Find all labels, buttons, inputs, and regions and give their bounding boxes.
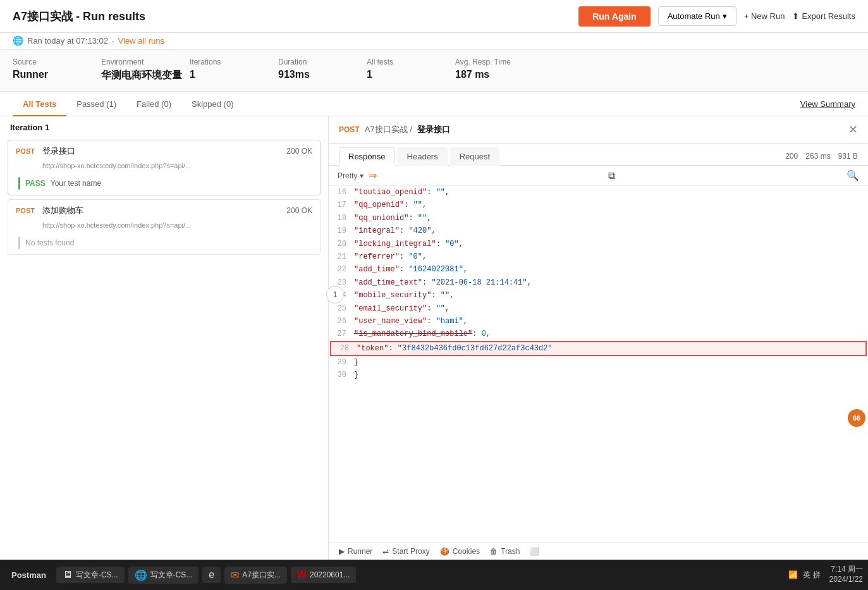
json-line: 27 "is_mandatory_bind_mobile": 0, [329, 328, 868, 340]
right-panel: POST A7接口实战 / 登录接口 ✕ Response Headers Re… [329, 116, 868, 560]
tab-skipped[interactable]: Skipped (0) [181, 92, 243, 116]
json-line: 19 "integral": "420", [329, 224, 868, 237]
json-line: 30 } [329, 369, 868, 381]
taskbar-clock: 7:14 周一 2024/1/22 [829, 565, 863, 584]
json-content[interactable]: 16 "toutiao_openid": "", 17 "qq_openid":… [329, 186, 868, 543]
taskbar-sys-tray: 📶 英 拼 [783, 570, 825, 581]
json-line: 16 "toutiao_openid": "", [329, 186, 868, 199]
json-toolbar: Pretty ▾ ⇒ ⧉ 🔍 [329, 166, 868, 186]
taskbar-item-chrome[interactable]: 🌐 写文章-CS... [128, 567, 199, 584]
tabs-row: All Tests Passed (1) Failed (0) Skipped … [0, 92, 868, 116]
footer-actions: ▶ Runner ⇌ Start Proxy 🍪 Cookies 🗑 Trash… [329, 543, 868, 560]
pass-indicator-bar [18, 177, 20, 190]
trash-icon: 🗑 [490, 547, 498, 556]
app1-icon: 🖥 [63, 569, 73, 581]
expand-button[interactable]: ⬜ [530, 547, 539, 556]
request-item-login-header: POST 登录接口 200 OK [8, 140, 320, 162]
runner-footer-button[interactable]: ▶ Runner [339, 547, 372, 556]
iteration-header: Iteration 1 [0, 116, 328, 136]
test-result-none: No tests found [8, 233, 320, 254]
json-line: 24 "mobile_security": "", [329, 289, 868, 302]
tab-all-tests[interactable]: All Tests [13, 92, 66, 116]
response-size: 931 B [838, 152, 858, 161]
stat-duration: Duration 913ms [278, 58, 367, 82]
taskbar-item-app1[interactable]: 🖥 写文章-CS... [56, 567, 125, 583]
stat-iterations: Iterations 1 [190, 58, 278, 82]
copy-icon: ⧉ [608, 170, 615, 181]
iteration-number-badge: 1 [326, 286, 344, 304]
json-line: 29 } [329, 356, 868, 369]
tab-failed[interactable]: Failed (0) [126, 92, 181, 116]
response-tabs: Response Headers Request 200 263 ms 931 … [329, 144, 868, 166]
taskbar-item-postman[interactable]: ✉ A7接口实... [224, 567, 287, 584]
response-meta: 200 263 ms 931 B [785, 152, 858, 161]
expand-icon: ⬜ [530, 547, 539, 556]
notification-badge: 66 [848, 409, 865, 427]
view-summary-button[interactable]: View Summary [800, 93, 855, 115]
request-name-cart: 添加购物车 [42, 205, 280, 216]
request-item-login[interactable]: POST 登录接口 200 OK http://shop-xo.hctested… [8, 140, 321, 195]
filter-icon: ⇒ [369, 170, 377, 181]
chrome-icon: 🌐 [135, 569, 147, 581]
json-line: 21 "referrer": "0", [329, 250, 868, 263]
json-line: 17 "qq_openid": "", [329, 199, 868, 211]
stats-bar: Source Runner Environment 华测电商环境变量 Itera… [0, 50, 868, 92]
new-run-button[interactable]: + New Run [744, 11, 785, 21]
stat-avg-resp: Avg. Resp. Time 187 ms [455, 58, 544, 82]
tab-passed[interactable]: Passed (1) [66, 92, 126, 116]
stat-source: Source Runner [13, 58, 101, 82]
postman-icon: ✉ [231, 569, 239, 581]
tab-response[interactable]: Response [339, 147, 395, 166]
postman-logo[interactable]: Postman [5, 568, 52, 582]
cookies-button[interactable]: 🍪 Cookies [440, 547, 480, 556]
right-panel-method: POST [339, 125, 360, 134]
automate-run-button[interactable]: Automate Run ▾ [658, 6, 737, 26]
ie-icon: e [209, 569, 214, 581]
response-time: 263 ms [805, 152, 830, 161]
export-results-button[interactable]: ⬆ Export Results [792, 11, 855, 21]
sub-header: 🌐 Ran today at 07:13:02 · View all runs [0, 33, 868, 50]
no-test-bar [18, 237, 20, 249]
stat-environment: Environment 华测电商环境变量 [101, 58, 190, 82]
request-name-login: 登录接口 [42, 145, 280, 157]
globe-icon: 🌐 [13, 35, 23, 46]
tab-request[interactable]: Request [450, 147, 499, 166]
page-title: A7接口实战 - Run results [13, 9, 571, 24]
taskbar-item-ie[interactable]: e [202, 567, 221, 583]
pretty-format-button[interactable]: Pretty ▾ [338, 171, 364, 180]
taskbar: Postman 🖥 写文章-CS... 🌐 写文章-CS... e ✉ A7接口… [0, 560, 868, 590]
request-url-login: http://shop-xo.hctestedу.com/index.php?s… [8, 162, 320, 173]
search-button[interactable]: 🔍 [847, 169, 859, 181]
taskbar-item-wps[interactable]: W 20220601... [291, 567, 357, 583]
start-proxy-button[interactable]: ⇌ Start Proxy [382, 547, 429, 556]
copy-button[interactable]: ⧉ [608, 170, 615, 181]
json-line: 20 "locking_integral": "0", [329, 238, 868, 250]
json-line: 23 "add_time_text": "2021-06-18 21:14:41… [329, 276, 868, 289]
no-tests-label: No tests found [25, 238, 74, 247]
keyboard-icon: 英 拼 [803, 570, 820, 581]
stat-all-tests: All tests 1 [367, 58, 455, 82]
json-line-token: 28 "token": "3f8432b436fd0c13fd627d22af3… [330, 341, 867, 356]
method-badge-post-2: POST [16, 207, 36, 214]
request-title-bar: POST A7接口实战 / 登录接口 ✕ [329, 116, 868, 144]
close-right-panel-button[interactable]: ✕ [848, 123, 858, 137]
json-line: 18 "qq_unionid": "", [329, 212, 868, 224]
request-item-cart[interactable]: POST 添加购物车 200 OK http://shop-xo.hcteste… [8, 199, 321, 255]
wps-icon: W [297, 569, 307, 581]
json-line: 25 "email_security": "", [329, 302, 868, 315]
tab-headers[interactable]: Headers [398, 147, 448, 166]
json-line: 22 "add_time": "1624022081", [329, 263, 868, 276]
filter-icon-button[interactable]: ⇒ [369, 169, 377, 181]
cookies-icon: 🍪 [440, 547, 449, 556]
status-200ok: 200 OK [286, 147, 312, 156]
chevron-down-icon-pretty: ▾ [360, 171, 364, 180]
left-panel: Iteration 1 POST 登录接口 200 OK http://shop… [0, 116, 329, 560]
left-panel-scroll[interactable]: POST 登录接口 200 OK http://shop-xo.hctested… [0, 136, 328, 560]
run-again-button[interactable]: Run Again [578, 6, 650, 27]
runner-icon: ▶ [339, 547, 345, 556]
proxy-icon: ⇌ [382, 547, 389, 556]
network-icon: 📶 [788, 570, 798, 579]
right-panel-name: 登录接口 [417, 124, 450, 135]
trash-button[interactable]: 🗑 Trash [490, 547, 520, 556]
view-all-runs-link[interactable]: View all runs [118, 36, 164, 46]
